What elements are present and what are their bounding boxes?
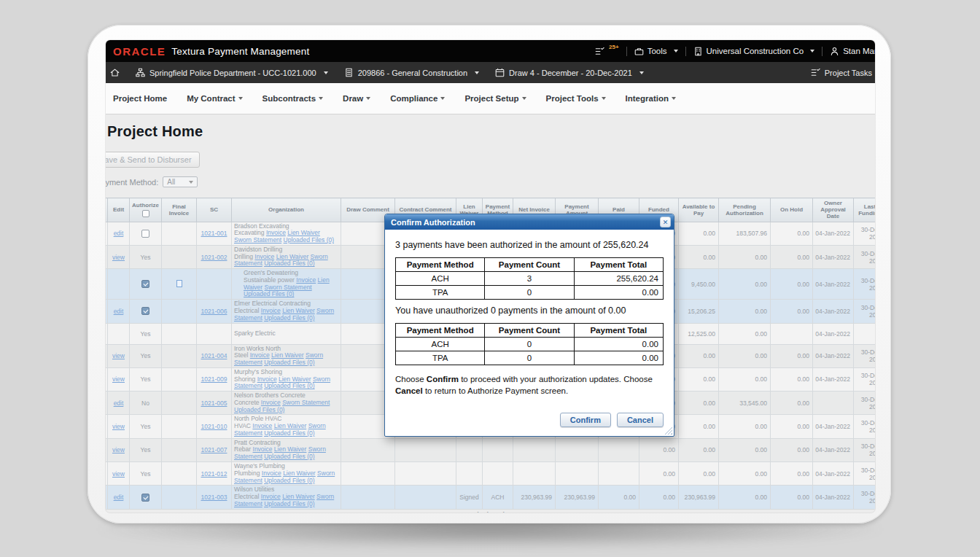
close-button[interactable]: ✕ [660,217,671,227]
sc-link[interactable]: 1021-005 [201,400,228,407]
org-doc-link[interactable]: Invoice [261,307,281,314]
edit-link[interactable]: edit [114,494,124,501]
sc-link[interactable]: 1021-006 [201,308,228,315]
org-doc-link[interactable]: Sworn Statement [265,284,312,291]
authorize-status: Yes [141,470,151,478]
view-link[interactable]: view [112,423,125,430]
menu-item-project-setup[interactable]: Project Setup [464,94,526,103]
org-doc-link[interactable]: Lien Waiver [287,229,320,236]
unauthorized-table: Payment MethodPayment CountPayment Total… [395,323,664,365]
dialog-titlebar[interactable]: Confirm Authorization ✕ [385,214,674,230]
confirm-button[interactable]: Confirm [560,413,611,427]
org-doc-link[interactable]: Uploaded Files (0) [264,260,314,267]
authorize-checkbox[interactable] [141,307,149,315]
org-doc-link[interactable]: Invoice [266,229,286,236]
sc-link[interactable]: 1021-001 [201,230,228,237]
confirm-authorization-dialog: Confirm Authorization ✕ 3 payments have … [384,214,674,437]
org-doc-link[interactable]: Lien Waiver [279,375,311,383]
org-doc-link[interactable]: Uploaded Files (0) [244,290,294,297]
authorize-checkbox[interactable] [141,280,149,288]
cancel-button[interactable]: Cancel [617,413,664,427]
org-doc-link[interactable]: Lien Waiver [282,493,315,500]
edit-cell [108,269,130,300]
org-doc-link[interactable]: Uploaded Files (0) [264,359,314,366]
view-link[interactable]: view [112,446,125,453]
building-icon [693,47,703,56]
menu-item-project-tools[interactable]: Project Tools [546,94,606,103]
sc-link[interactable]: 1021-003 [201,494,228,501]
sc-link[interactable]: 1021-002 [201,254,228,261]
final-invoice-cell [162,392,197,415]
org-doc-link[interactable]: Invoice [261,493,281,500]
org-doc-link[interactable]: Uploaded Files (0) [264,429,314,437]
project-selector[interactable]: Springfield Police Department - UCC-1021… [136,68,328,77]
org-doc-link[interactable]: Invoice [253,445,273,453]
org-doc-link[interactable]: Invoice [250,351,270,359]
org-doc-link[interactable]: Uploaded Files (0) [264,477,314,484]
org-doc-link[interactable]: Invoice [254,253,274,260]
menu-item-subcontracts[interactable]: Subcontracts [262,94,324,103]
sc-link[interactable]: 1021-007 [201,446,228,453]
edit-link[interactable]: edit [114,230,124,237]
org-doc-link[interactable]: Uploaded Files (0) [264,500,314,507]
final-invoice-icon[interactable] [176,280,182,287]
org-doc-link[interactable]: Uploaded Files (0) [264,453,314,460]
org-doc-link[interactable]: Lien Waiver [274,422,307,429]
authorize-checkbox[interactable] [141,230,149,238]
available_to_pay-cell: 0.00 [679,245,719,268]
sc-link[interactable]: 1021-012 [201,470,228,478]
authorize-checkbox[interactable] [141,494,149,502]
org-doc-link[interactable]: Sworn Statement [282,399,330,406]
last_funding-cell: 30-Dec-2021 [854,269,876,300]
sc-cell: 1021-001 [197,222,232,245]
pending_authorization-cell: 33,545.00 [719,392,771,415]
select-all-checkbox[interactable] [142,210,149,217]
edit-link[interactable]: edit [114,400,124,407]
org-doc-link[interactable]: Invoice [296,276,316,284]
view-link[interactable]: view [112,352,125,359]
save-send-disburser-button[interactable]: Save & Send to Disburser [106,152,200,168]
org-doc-link[interactable]: Invoice [261,399,281,406]
project-tasks-button[interactable]: Project Tasks [811,68,875,77]
app-screen: ORACLE Textura Payment Management 25+ To… [106,40,875,513]
org-doc-link[interactable]: Uploaded Files (0) [284,236,334,244]
tools-menu[interactable]: Tools [634,47,678,56]
home-button[interactable] [110,68,120,77]
contract_comment-cell [395,486,456,509]
org-doc-link[interactable]: Uploaded Files (0) [264,314,314,322]
edit-link[interactable]: edit [114,308,124,315]
org-doc-link[interactable]: Lien Waiver [276,253,309,260]
org-doc-link[interactable]: Invoice [262,470,281,477]
payment-count-cell: 3 [485,272,574,286]
pending_authorization-cell: 0.00 [719,486,771,509]
sc-link[interactable]: 1021-009 [201,375,228,383]
org-doc-link[interactable]: Lien Waiver [283,470,316,477]
view-link[interactable]: view [112,254,125,261]
view-link[interactable]: view [112,375,125,383]
payment-method-select[interactable]: All [163,176,198,187]
menu-item-compliance[interactable]: Compliance [390,94,445,103]
org-doc-link[interactable]: Uploaded Files (0) [234,406,284,413]
org-doc-link[interactable]: Invoice [252,422,272,429]
menu-item-project-home[interactable]: Project Home [113,94,167,103]
view-link[interactable]: view [112,470,125,478]
menu-item-my-contract[interactable]: My Contract [187,94,242,103]
company-menu[interactable]: Universal Construction Co [693,47,815,56]
org-doc-link[interactable]: Uploaded Files (0) [264,382,314,389]
chevron-down-icon [324,71,328,74]
pending_authorization-cell: 0.00 [719,462,771,486]
notifications-button[interactable]: 25+ [595,47,619,56]
sc-cell: 1021-005 [197,392,232,415]
user-menu[interactable]: Stan Mart [830,47,875,56]
menu-item-integration[interactable]: Integration [626,94,676,103]
sc-link[interactable]: 1021-004 [201,352,228,359]
org-doc-link[interactable]: Sworn Statement [234,236,281,244]
org-doc-link[interactable]: Lien Waiver [271,351,304,359]
draw-selector[interactable]: Draw 4 - December - 20-Dec-2021 [495,68,644,77]
menu-item-draw[interactable]: Draw [343,94,370,103]
contract-selector[interactable]: 209866 - General Construction [344,68,479,77]
org-doc-link[interactable]: Lien Waiver [274,445,307,453]
org-doc-link[interactable]: Invoice [257,375,277,383]
sc-link[interactable]: 1021-010 [201,423,228,430]
org-doc-link[interactable]: Lien Waiver [282,307,315,314]
